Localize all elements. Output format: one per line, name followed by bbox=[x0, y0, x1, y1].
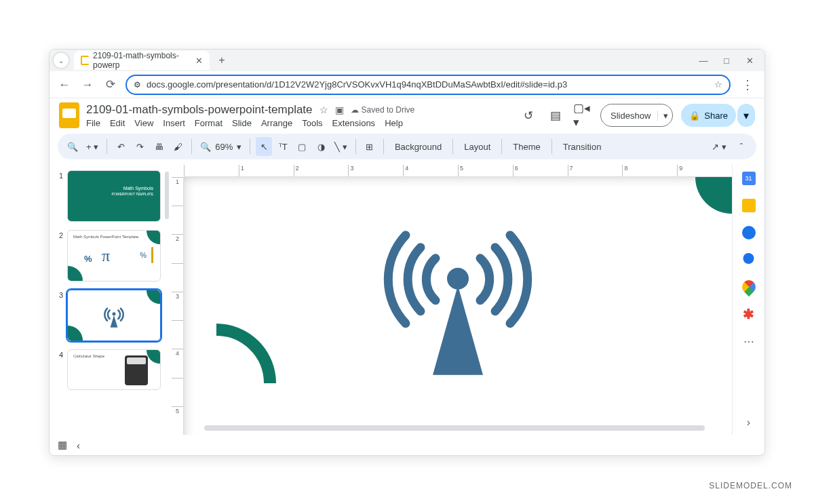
keep-icon[interactable] bbox=[742, 199, 756, 212]
thumb-number: 2 bbox=[56, 230, 63, 282]
google-slides-logo-icon[interactable] bbox=[59, 102, 79, 128]
slide-thumbnail-4[interactable]: Calculator Shape bbox=[67, 349, 161, 390]
thumb-number: 3 bbox=[56, 290, 63, 341]
browser-tab[interactable]: 2109-01-math-symbols-powerp ✕ bbox=[74, 51, 210, 70]
browser-window: ⌄ 2109-01-math-symbols-powerp ✕ + — □ ✕ … bbox=[49, 49, 765, 456]
wireless-antenna-icon[interactable] bbox=[380, 215, 536, 381]
background-button[interactable]: Background bbox=[389, 137, 447, 156]
horizontal-ruler: 123456789 bbox=[184, 165, 732, 177]
close-window-button[interactable]: ✕ bbox=[744, 56, 755, 66]
side-panel-rail: 31 ✱ ⋯ › bbox=[732, 165, 764, 435]
tablist-dropdown[interactable]: ⌄ bbox=[54, 53, 69, 68]
menu-edit[interactable]: Edit bbox=[110, 118, 125, 128]
paint-format-button[interactable]: 🖌 bbox=[170, 137, 186, 156]
maps-icon[interactable] bbox=[739, 277, 758, 296]
new-tab-button[interactable]: + bbox=[214, 52, 230, 69]
window-tab-strip: ⌄ 2109-01-math-symbols-powerp ✕ + — □ ✕ bbox=[50, 50, 764, 71]
more-addons-icon[interactable]: ⋯ bbox=[742, 334, 756, 348]
thumbnail-row[interactable]: 2 Math Symbols PowerPoint Template %π % bbox=[56, 230, 170, 282]
toolbar: 🔍 + ▾ ↶ ↷ 🖶 🖌 🔍 69% ▾ ↖ ᵀT ▢ ◑ ╲ ▾ ⊞ Bac… bbox=[58, 134, 756, 159]
hide-sidepanel-icon[interactable]: › bbox=[742, 416, 756, 429]
share-button[interactable]: 🔒 Share bbox=[681, 104, 736, 127]
redo-button[interactable]: ↷ bbox=[132, 137, 148, 156]
undo-button[interactable]: ↶ bbox=[113, 137, 129, 156]
slide-thumbnail-3[interactable] bbox=[67, 290, 161, 341]
maximize-button[interactable]: □ bbox=[721, 56, 732, 66]
pointer-mode-icon[interactable]: ↗ ▾ bbox=[709, 137, 729, 156]
share-caret-button[interactable]: ▾ bbox=[737, 104, 755, 127]
thumb-number: 4 bbox=[56, 349, 63, 390]
thumbnail-row[interactable]: 3 bbox=[56, 290, 170, 341]
watermark-text: SLIDEMODEL.COM bbox=[709, 481, 792, 490]
prev-slide-icon[interactable]: ‹ bbox=[77, 440, 80, 451]
close-tab-icon[interactable]: ✕ bbox=[195, 56, 203, 66]
zoom-out-icon[interactable]: 🔍 bbox=[200, 142, 211, 152]
app-header: 2109-01-math-symbols-powerpoint-template… bbox=[50, 98, 764, 128]
minimize-button[interactable]: — bbox=[698, 56, 709, 66]
thumb-number: 1 bbox=[56, 170, 63, 222]
chrome-menu-button[interactable]: ⋮ bbox=[737, 77, 758, 92]
menu-help[interactable]: Help bbox=[385, 118, 403, 128]
menu-extensions[interactable]: Extensions bbox=[332, 118, 376, 128]
menu-format[interactable]: Format bbox=[195, 118, 222, 128]
forward-button[interactable]: → bbox=[79, 77, 96, 93]
menu-slide[interactable]: Slide bbox=[232, 118, 252, 128]
filmstrip-scrollbar[interactable] bbox=[165, 172, 169, 219]
slide-canvas[interactable] bbox=[184, 177, 732, 435]
history-icon[interactable]: ↺ bbox=[519, 106, 538, 125]
menu-insert[interactable]: Insert bbox=[163, 118, 185, 128]
line-tool[interactable]: ╲ ▾ bbox=[332, 137, 350, 156]
meet-camera-icon[interactable]: ▢◂ ▾ bbox=[573, 106, 592, 125]
move-doc-icon[interactable]: ▣ bbox=[335, 104, 344, 115]
canvas-horizontal-scrollbar[interactable] bbox=[204, 425, 705, 431]
star-doc-icon[interactable]: ☆ bbox=[319, 104, 328, 115]
grid-view-icon[interactable]: ▦ bbox=[58, 439, 67, 451]
workspace: 1 Math SymbolsPOWERPOINT TEMPLATE 2 Math… bbox=[50, 165, 764, 435]
theme-button[interactable]: Theme bbox=[507, 137, 545, 156]
window-controls: — □ ✕ bbox=[698, 56, 760, 66]
slideshow-caret-icon[interactable]: ▾ bbox=[657, 111, 668, 121]
print-button[interactable]: 🖶 bbox=[151, 137, 167, 156]
slide-decor-bl bbox=[184, 341, 265, 416]
address-bar[interactable]: ⚙ docs.google.com/presentation/d/1D12V2W… bbox=[125, 75, 731, 95]
select-tool[interactable]: ↖ bbox=[256, 137, 272, 156]
bottom-bar: ▦ ‹ bbox=[50, 435, 764, 455]
addon-icon[interactable]: ✱ bbox=[742, 307, 756, 321]
calendar-icon[interactable]: 31 bbox=[742, 172, 756, 185]
image-tool[interactable]: ▢ bbox=[294, 137, 310, 156]
zoom-value: 69% bbox=[215, 142, 233, 152]
slide-thumbnail-1[interactable]: Math SymbolsPOWERPOINT TEMPLATE bbox=[67, 170, 161, 222]
thumbnail-row[interactable]: 4 Calculator Shape bbox=[56, 349, 170, 390]
collapse-toolbar-icon[interactable]: ˆ bbox=[733, 137, 750, 156]
zoom-caret-icon[interactable]: ▾ bbox=[237, 142, 241, 152]
slideshow-button[interactable]: Slideshow ▾ bbox=[600, 104, 673, 127]
zoom-control[interactable]: 🔍 69% ▾ bbox=[197, 142, 244, 152]
comments-icon[interactable]: ▤ bbox=[546, 106, 565, 125]
menu-file[interactable]: File bbox=[86, 118, 100, 128]
tab-title: 2109-01-math-symbols-powerp bbox=[93, 51, 190, 70]
back-button[interactable]: ← bbox=[56, 77, 73, 93]
site-info-icon[interactable]: ⚙ bbox=[134, 80, 141, 90]
layout-button[interactable]: Layout bbox=[459, 137, 496, 156]
menu-arrange[interactable]: Arrange bbox=[261, 118, 292, 128]
cloud-saved-status[interactable]: ☁ Saved to Drive bbox=[351, 105, 415, 115]
menu-view[interactable]: View bbox=[134, 118, 153, 128]
new-slide-button[interactable]: + ▾ bbox=[83, 137, 101, 156]
contacts-icon[interactable] bbox=[742, 253, 756, 267]
thumbnail-row[interactable]: 1 Math SymbolsPOWERPOINT TEMPLATE bbox=[56, 170, 170, 222]
browser-nav-row: ← → ⟳ ⚙ docs.google.com/presentation/d/1… bbox=[50, 71, 764, 98]
search-menu-icon[interactable]: 🔍 bbox=[64, 137, 81, 156]
transition-button[interactable]: Transition bbox=[558, 137, 607, 156]
bookmark-star-icon[interactable]: ☆ bbox=[714, 79, 722, 90]
tasks-icon[interactable] bbox=[742, 226, 756, 239]
reload-button[interactable]: ⟳ bbox=[102, 77, 119, 93]
canvas-area: 123456789 12345 bbox=[172, 165, 732, 435]
shape-tool[interactable]: ◑ bbox=[313, 137, 329, 156]
lock-icon: 🔒 bbox=[689, 111, 700, 121]
textbox-tool[interactable]: ᵀT bbox=[275, 137, 291, 156]
filmstrip-panel[interactable]: 1 Math SymbolsPOWERPOINT TEMPLATE 2 Math… bbox=[50, 165, 172, 435]
document-title[interactable]: 2109-01-math-symbols-powerpoint-template bbox=[86, 103, 313, 117]
comment-tool[interactable]: ⊞ bbox=[362, 137, 378, 156]
menu-tools[interactable]: Tools bbox=[302, 118, 322, 128]
slide-thumbnail-2[interactable]: Math Symbols PowerPoint Template %π % bbox=[67, 230, 161, 282]
